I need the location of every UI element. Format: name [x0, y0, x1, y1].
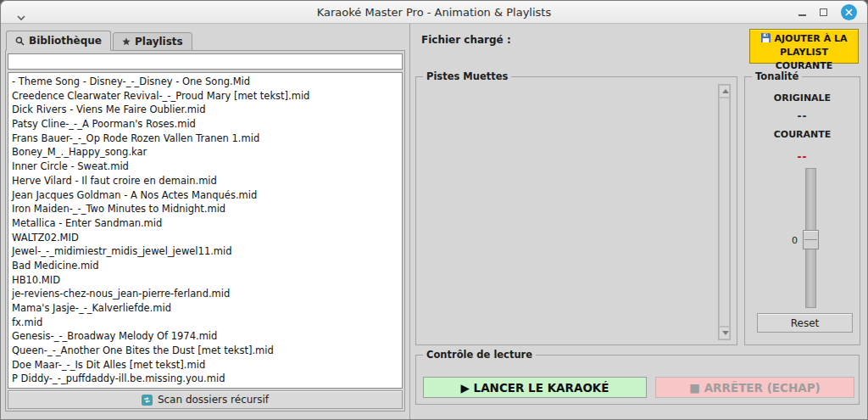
library-list-item[interactable]: Bad Medicine.mid: [8, 259, 402, 273]
library-list-item[interactable]: Dick Rivers - Viens Me Faire Oublier.mid: [8, 103, 402, 117]
library-list[interactable]: - Theme Song - Disney-_-_Disney - One So…: [8, 72, 403, 389]
window-title: Karaoké Master Pro - Animation & Playlis…: [1, 6, 867, 19]
library-list-item[interactable]: Creedence Clearwater Revival-_-_Proud Ma…: [8, 89, 402, 104]
add-to-playlist-button[interactable]: AJOUTER À LA PLAYLIST COURANTE: [749, 29, 859, 64]
start-karaoke-button[interactable]: ▶ LANCER LE KARAOKÉ: [423, 377, 647, 398]
tab-label: Bibliothèque: [29, 35, 102, 47]
scroll-down-arrow-icon[interactable]: [719, 327, 730, 339]
search-icon: [15, 36, 25, 46]
original-key-value: --: [745, 110, 860, 122]
library-list-item[interactable]: Patsy Cline-_-_A Poorman's Roses.mid: [8, 117, 402, 132]
close-icon: [845, 8, 853, 16]
scroll-track[interactable]: [719, 98, 730, 327]
library-pane: - Theme Song - Disney-_-_Disney - One So…: [5, 50, 405, 412]
tab-bibliotheque[interactable]: Bibliothèque: [6, 31, 111, 51]
loaded-file-label: Fichier chargé :: [421, 34, 511, 46]
muted-tracks-group: Pistes Muettes: [415, 76, 737, 345]
scan-folders-button[interactable]: Scan dossiers récursif: [8, 390, 403, 409]
library-list-item[interactable]: Inner Circle - Sweat.mid: [8, 160, 402, 174]
tonality-title: Tonalité: [752, 70, 802, 82]
close-button[interactable]: [841, 4, 857, 20]
search-input[interactable]: [8, 53, 403, 70]
pitch-slider-value: 0: [784, 235, 798, 246]
playback-title: Contrôle de lecture: [423, 349, 536, 361]
library-list-item[interactable]: Mama's Jasje-_-_Kalverliefde.mid: [8, 301, 402, 316]
playback-group: Contrôle de lecture ▶ LANCER LE KARAOKÉ …: [415, 355, 860, 405]
library-list-item[interactable]: fx.mid: [8, 316, 402, 330]
panel-divider: [409, 24, 410, 419]
app-window: Karaoké Master Pro - Animation & Playlis…: [0, 0, 868, 420]
current-key-label: COURANTE: [745, 129, 860, 140]
floppy-disk-icon: [760, 32, 771, 43]
star-icon: [122, 37, 131, 46]
sync-arrows-icon: [142, 395, 153, 406]
library-list-item[interactable]: Metallica - Enter Sandman.mid: [8, 216, 402, 231]
add-to-playlist-label: AJOUTER À LA PLAYLIST COURANTE: [774, 33, 847, 71]
tab-playlists[interactable]: Playlists: [113, 32, 192, 51]
library-list-item[interactable]: P Diddy-_-_puffdaddy-ill.be.missing.you.…: [8, 372, 402, 386]
scroll-thumb[interactable]: [719, 98, 730, 327]
library-list-item[interactable]: Jean Jacques Goldman - A Nos Actes Manqu…: [8, 188, 402, 203]
library-list-item[interactable]: Doe Maar-_-_Is Dit Alles [met tekst].mid: [8, 358, 402, 372]
minimize-button[interactable]: [798, 14, 806, 16]
current-key-value: --: [745, 151, 860, 163]
library-list-item[interactable]: Queen-_-_Another One Bites the Dust [met…: [8, 344, 402, 358]
original-key-label: ORIGINALE: [745, 92, 860, 104]
library-list-item[interactable]: HB10.MID: [8, 273, 402, 288]
tonality-group: Tonalité ORIGINALE -- COURANTE -- 0 Rese…: [744, 76, 860, 345]
muted-tracks-title: Pistes Muettes: [423, 70, 511, 82]
scroll-up-arrow-icon[interactable]: [719, 85, 730, 98]
maximize-button[interactable]: [820, 8, 827, 16]
tab-label: Playlists: [135, 36, 183, 48]
library-list-item[interactable]: Frans Bauer-_-_Op Rode Rozen Vallen Tran…: [8, 132, 402, 146]
library-list-item[interactable]: Chimene Badi - Entre nous.mid: [8, 386, 402, 389]
library-list-item[interactable]: Herve Vilard - Il faut croire en demain.…: [8, 174, 402, 188]
muted-tracks-scrollbar[interactable]: [718, 84, 731, 340]
library-list-item[interactable]: - Theme Song - Disney-_-_Disney - One So…: [8, 75, 402, 89]
library-list-item[interactable]: WALTZ02.MID: [8, 231, 402, 245]
pitch-slider-handle[interactable]: [803, 230, 819, 249]
library-list-item[interactable]: Genesis-_-_Broadway Melody Of 1974.mid: [8, 329, 402, 344]
library-list-item[interactable]: je-reviens-chez-nous_jean-pierre-ferland…: [8, 287, 402, 301]
library-list-item[interactable]: Boney_M_._Happy_song.kar: [8, 145, 402, 160]
notebook-tabs: Bibliothèque Playlists: [6, 31, 192, 51]
stop-karaoke-button[interactable]: ■ ARRÊTER (ECHAP): [655, 377, 854, 398]
reset-pitch-button[interactable]: Reset: [757, 313, 853, 333]
library-list-item[interactable]: Jewel-_-_midimiestr_midis_jewel_jewel11.…: [8, 244, 402, 259]
titlebar: Karaoké Master Pro - Animation & Playlis…: [1, 1, 867, 24]
scan-folders-label: Scan dossiers récursif: [158, 394, 269, 406]
library-list-item[interactable]: Iron Maiden-_-_Two Minutes to Midnight.m…: [8, 202, 402, 216]
